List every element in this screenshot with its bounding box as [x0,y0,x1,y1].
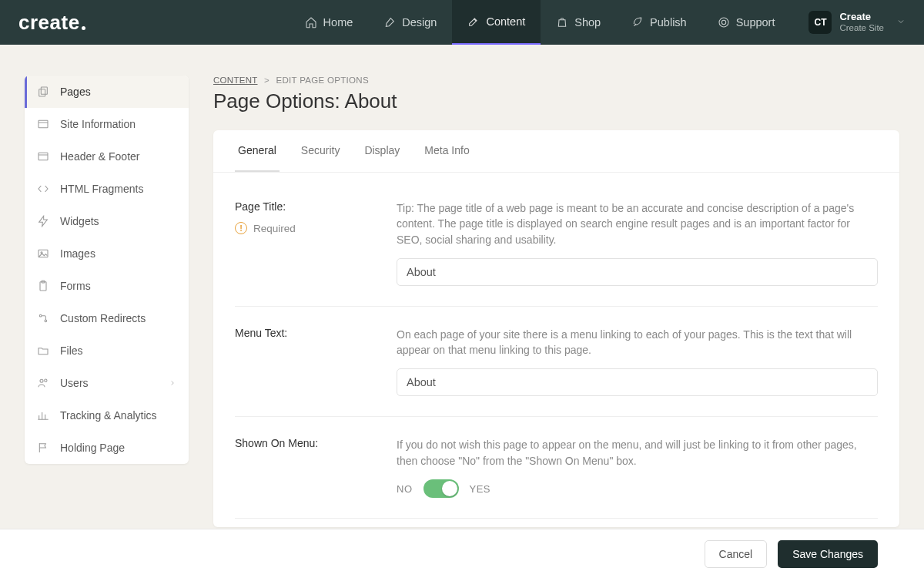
svg-point-15 [40,379,43,382]
sidebar-item-label: Widgets [60,215,99,227]
top-nav: create Home Design Content Shop Publish … [0,0,924,45]
nav-items: Home Design Content Shop Publish Support [290,0,791,45]
nav-label: Design [402,16,437,29]
svg-point-16 [45,379,47,381]
settings-card: General Security Display Meta Info Page … [213,130,899,527]
sidebar-item-tracking-analytics[interactable]: Tracking & Analytics [25,399,189,432]
rocket-icon [631,16,644,29]
sidebar-item-label: Tracking & Analytics [60,409,157,422]
sidebar-item-files[interactable]: Files [25,334,189,367]
toggle-no-label: NO [397,483,413,495]
field-menu-text: Menu Text: On each page of your site the… [235,307,878,418]
sidebar-item-forms[interactable]: Forms [25,270,189,302]
field-page-title: Page Title: Required Tip: The page title… [235,180,878,307]
menu-text-input[interactable] [397,368,878,396]
svg-point-13 [39,314,42,317]
sidebar-item-label: Header & Footer [60,150,140,163]
action-bar: Cancel Save Changes [0,529,924,578]
sidebar-item-label: Custom Redirects [60,312,146,324]
folder-icon [37,344,49,357]
nav-design[interactable]: Design [368,0,452,45]
account-menu[interactable]: CT Create Create Site [808,11,906,34]
tab-security[interactable]: Security [298,130,343,172]
tab-meta-info[interactable]: Meta Info [421,130,472,172]
brand-logo[interactable]: create [18,11,85,35]
sidebar-item-custom-redirects[interactable]: Custom Redirects [25,302,189,334]
users-icon [37,377,49,389]
toggle-yes-label: YES [470,483,491,495]
nav-label: Support [736,16,775,29]
redirect-icon [37,312,49,324]
avatar: CT [808,11,832,34]
breadcrumb-root[interactable]: CONTENT [213,76,257,85]
account-name: Create [839,12,884,23]
sidebar-item-label: Holding Page [60,442,125,454]
brush-icon [383,16,396,29]
field-tip: Tip: The page title of a web page is mea… [397,200,878,247]
svg-rect-4 [38,120,48,127]
main-content: CONTENT > EDIT PAGE OPTIONS Page Options… [213,76,899,527]
tabs: General Security Display Meta Info [213,130,899,173]
breadcrumb-separator: > [264,76,270,85]
window-icon [37,118,49,130]
account-subtitle: Create Site [839,23,884,33]
nav-label: Home [323,16,353,29]
sidebar-item-html-fragments[interactable]: HTML Fragments [25,173,189,205]
field-parent-page: Parent Page: When using the Drop-Down Me… [235,519,878,527]
field-label: Shown On Menu: [235,437,366,449]
window-icon [37,150,49,163]
chart-icon [37,409,49,422]
svg-point-0 [719,18,728,27]
field-tip: On each page of your site there is a men… [397,327,878,358]
breadcrumb-current: EDIT PAGE OPTIONS [276,76,369,85]
sidebar-item-label: Users [60,377,89,389]
field-tip: If you do not wish this page to appear o… [397,437,878,469]
sidebar-item-images[interactable]: Images [25,237,189,270]
sidebar-item-site-information[interactable]: Site Information [25,108,189,140]
sidebar-item-label: Site Information [60,118,136,130]
alert-icon [235,222,247,234]
svg-point-14 [45,320,47,322]
nav-shop[interactable]: Shop [541,0,616,45]
page-title: Page Options: About [213,89,899,113]
page-title-input[interactable] [397,258,878,286]
account-text: Create Create Site [839,12,884,33]
nav-support[interactable]: Support [702,0,791,45]
field-label: Menu Text: [235,327,366,339]
required-indicator: Required [235,222,366,234]
nav-publish[interactable]: Publish [616,0,702,45]
svg-rect-2 [41,87,47,94]
chevron-right-icon [169,377,176,389]
tab-display[interactable]: Display [361,130,403,172]
copy-icon [37,86,49,98]
image-icon [37,247,49,260]
chevron-down-icon [896,15,906,29]
support-icon [718,16,730,29]
cancel-button[interactable]: Cancel [705,540,768,568]
nav-home[interactable]: Home [290,0,369,45]
sidebar-item-label: Pages [60,86,91,98]
tab-general[interactable]: General [235,130,280,172]
sidebar-item-users[interactable]: Users [25,367,189,399]
code-icon [37,183,49,195]
save-button[interactable]: Save Changes [778,540,878,568]
svg-rect-6 [38,153,48,160]
required-text: Required [253,223,296,234]
sidebar: Pages Site Information Header & Footer H… [25,76,189,464]
brand-dot-icon [82,26,85,30]
nav-label: Publish [650,16,687,29]
sidebar-item-holding-page[interactable]: Holding Page [25,432,189,464]
breadcrumb: CONTENT > EDIT PAGE OPTIONS [213,76,899,85]
flag-icon [37,442,49,454]
sidebar-item-label: HTML Fragments [60,183,143,195]
shown-on-menu-toggle[interactable] [424,479,459,498]
nav-content[interactable]: Content [452,0,541,45]
sidebar-item-widgets[interactable]: Widgets [25,205,189,237]
svg-rect-3 [39,89,45,96]
brand-text: create [18,11,80,35]
svg-point-1 [721,20,725,24]
home-icon [305,16,317,29]
bag-icon [556,16,568,29]
sidebar-item-header-footer[interactable]: Header & Footer [25,140,189,173]
sidebar-item-pages[interactable]: Pages [25,76,189,108]
